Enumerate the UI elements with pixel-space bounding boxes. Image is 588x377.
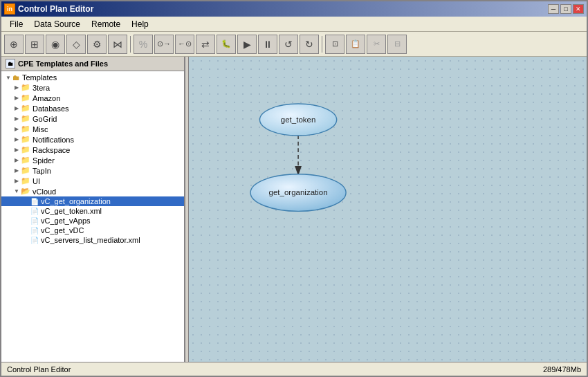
branch-button[interactable]: ⋈ — [108, 35, 127, 54]
node-connect-button[interactable]: ⊙→ — [154, 35, 174, 54]
undo-button[interactable]: ↺ — [279, 35, 298, 54]
app-icon: in — [4, 3, 15, 15]
percent-button[interactable]: % — [134, 35, 153, 54]
node-get-organization — [250, 174, 346, 212]
tree-item-misc[interactable]: ▶ 📁 Misc — [1, 124, 184, 134]
folder-icon: 📁 — [21, 93, 30, 102]
node-get-token — [259, 104, 336, 136]
status-right: 289/478Mb — [543, 365, 581, 374]
tree-item-vc-get-vapps[interactable]: 📄 vC_get_vApps — [1, 216, 184, 226]
separator-2 — [322, 36, 322, 53]
tree-label: Spider — [33, 156, 55, 165]
tree-item-tapin[interactable]: ▶ 📁 TapIn — [1, 165, 184, 176]
expand-arrow: ▼ — [4, 75, 12, 81]
tree-item-rackspace[interactable]: ▶ 📁 Rackspace — [1, 145, 184, 155]
expand-arrow: ▶ — [12, 178, 21, 184]
expand-arrow: ▼ — [12, 188, 21, 194]
grid-button[interactable]: ⊡ — [325, 35, 344, 54]
diamond-button[interactable]: ◇ — [66, 35, 86, 54]
canvas-area[interactable]: get_token get_organization — [189, 57, 587, 362]
tree-label: vC_get_token.xml — [41, 207, 102, 215]
folder-icon: 📁 — [21, 83, 30, 92]
tree-item-databases[interactable]: ▶ 📁 Databases — [1, 103, 184, 113]
file-tree-panel: 🖿 CPE Templates and Files ▼ 🖿 Templates … — [1, 57, 185, 362]
folder-icon: 📁 — [21, 156, 30, 165]
tree-item-vc-get-token[interactable]: 📄 vC_get_token.xml — [1, 206, 184, 216]
tree-label: Databases — [33, 104, 69, 113]
expand-arrow: ▶ — [12, 126, 21, 132]
target-button[interactable]: ◉ — [46, 35, 65, 54]
file-tree[interactable]: ▼ 🖿 Templates ▶ 📁 3tera ▶ 📁 Amazon ▶ — [1, 71, 184, 362]
tree-label: vC_get_vDC — [41, 226, 84, 235]
node-alt-button[interactable]: ←⊙ — [175, 35, 194, 54]
minimize-button[interactable]: ─ — [548, 4, 559, 14]
menu-help[interactable]: Help — [126, 18, 154, 30]
tree-label: Misc — [33, 125, 48, 134]
clipboard-button[interactable]: 📋 — [346, 35, 365, 54]
expand-arrow: ▶ — [12, 95, 21, 101]
expand-arrow: ▶ — [12, 136, 21, 142]
title-bar: in Control Plan Editor ─ □ ✕ — [1, 1, 587, 17]
tree-item-vcloud[interactable]: ▼ 📂 vCloud — [1, 186, 184, 196]
folder-icon: 📁 — [21, 125, 30, 134]
folder-icon: 📁 — [21, 114, 30, 123]
expand-arrow: ▶ — [12, 84, 21, 91]
redo-button[interactable]: ↻ — [300, 35, 319, 54]
canvas-svg: get_token get_organization — [189, 57, 587, 362]
pause-button[interactable]: ⏸ — [258, 35, 277, 54]
cut-button[interactable]: ✂ — [367, 35, 386, 54]
toolbar: ⊕ ⊞ ◉ ◇ ⚙ ⋈ % ⊙→ ←⊙ ⇄ 🐛 ▶ ⏸ ↺ ↻ ⊡ 📋 ✂ ⊟ — [1, 32, 587, 57]
separator-1 — [130, 36, 131, 53]
folder-icon: 📁 — [21, 176, 30, 185]
expand-arrow: ▶ — [12, 116, 21, 122]
tree-label: vC_get_organization — [41, 197, 111, 205]
tree-label: vC_servers_list_mediator.xml — [41, 236, 140, 244]
tree-label: vC_get_vApps — [41, 217, 91, 225]
close-button[interactable]: ✕ — [573, 4, 584, 14]
gear-button[interactable]: ⚙ — [87, 35, 107, 54]
folder-icon: 🖿 — [12, 73, 20, 82]
panel-title: CPE Templates and Files — [18, 59, 108, 68]
tree-item-templates[interactable]: ▼ 🖿 Templates — [1, 73, 184, 82]
menu-remote[interactable]: Remote — [86, 18, 126, 30]
expand-arrow: ▶ — [12, 105, 21, 111]
window-title: Control Plan Editor — [18, 4, 93, 14]
tree-label: GoGrid — [33, 115, 57, 123]
window-controls: ─ □ ✕ — [548, 4, 584, 14]
main-window: in Control Plan Editor ─ □ ✕ File Data S… — [0, 0, 588, 377]
tree-label: UI — [33, 177, 40, 185]
tree-item-ui[interactable]: ▶ 📁 UI — [1, 176, 184, 186]
status-left: Control Plan Editor — [7, 365, 71, 374]
tree-item-vc-servers-list[interactable]: 📄 vC_servers_list_mediator.xml — [1, 235, 184, 245]
status-bar: Control Plan Editor 289/478Mb — [1, 362, 587, 376]
svg-text:get_organization: get_organization — [269, 188, 328, 196]
folder-icon: 📁 — [21, 135, 30, 144]
tree-label: Rackspace — [33, 146, 70, 154]
panel-icon: 🖿 — [6, 59, 15, 68]
folder-icon: 📂 — [21, 187, 30, 196]
tree-item-vc-get-organization[interactable]: 📄 vC_get_organization — [1, 196, 184, 206]
tree-item-notifications[interactable]: ▶ 📁 Notifications — [1, 134, 184, 145]
menu-datasource[interactable]: Data Source — [28, 18, 86, 30]
delete-button[interactable]: ⊟ — [387, 35, 407, 54]
tree-label: TapIn — [33, 167, 51, 175]
maximize-button[interactable]: □ — [560, 4, 571, 14]
add-circle-button[interactable]: ⊕ — [4, 35, 24, 54]
expand-arrow: ▶ — [12, 157, 21, 163]
tree-item-gogrid[interactable]: ▶ 📁 GoGrid — [1, 113, 184, 124]
folder-icon: 📁 — [21, 104, 30, 113]
menu-file[interactable]: File — [4, 18, 28, 30]
swap-button[interactable]: ⇄ — [196, 35, 215, 54]
tree-item-3tera[interactable]: ▶ 📁 3tera — [1, 82, 184, 93]
tree-label: Amazon — [33, 94, 60, 102]
play-button[interactable]: ▶ — [237, 35, 257, 54]
svg-text:get_token: get_token — [281, 116, 316, 124]
tree-item-vc-get-vdc[interactable]: 📄 vC_get_vDC — [1, 226, 184, 235]
folder-icon: 📁 — [21, 166, 30, 175]
tree-item-amazon[interactable]: ▶ 📁 Amazon — [1, 93, 184, 103]
debug-button[interactable]: 🐛 — [217, 35, 236, 54]
add-square-button[interactable]: ⊞ — [25, 35, 44, 54]
tree-label: Templates — [22, 73, 57, 82]
expand-arrow: ▶ — [12, 167, 21, 174]
tree-item-spider[interactable]: ▶ 📁 Spider — [1, 155, 184, 165]
